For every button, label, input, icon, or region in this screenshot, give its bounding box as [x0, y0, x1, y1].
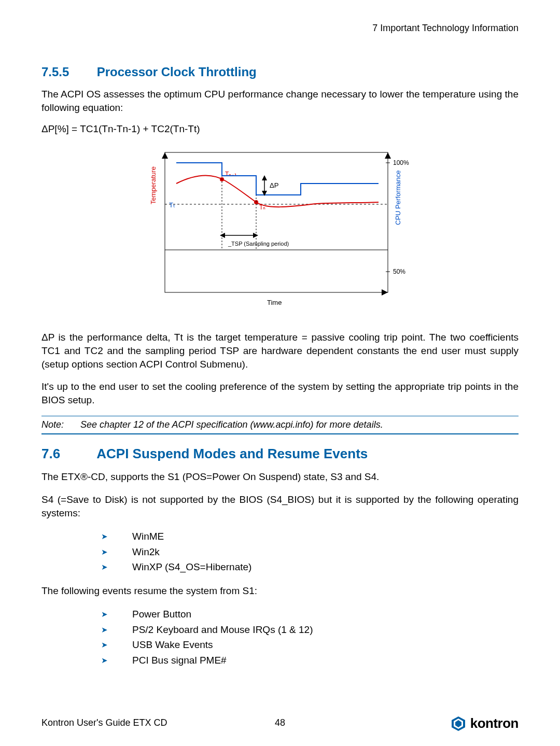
heading-76-number: 7.6: [41, 446, 93, 462]
svg-marker-4: [382, 289, 388, 295]
list-item: PS/2 Keyboard and Mouse IRQs (1 & 12): [41, 622, 519, 637]
series-temperature: [176, 176, 379, 207]
left-axis-label: Temperature: [149, 166, 157, 204]
heading-755-title: Processor Clock Throttling: [97, 65, 257, 79]
note-text: See chapter 12 of the ACPI specification…: [80, 419, 383, 430]
svg-marker-2: [162, 152, 168, 159]
kontron-logo-icon: [451, 716, 466, 731]
tick-50: 50%: [393, 268, 405, 275]
svg-marker-17: [253, 233, 258, 238]
footer-page-number: 48: [275, 717, 285, 728]
tick-100: 100%: [393, 159, 409, 166]
svg-marker-3: [385, 152, 391, 159]
list-item: PCI Bus signal PME#: [41, 653, 519, 668]
heading-755: 7.5.5 Processor Clock Throttling: [41, 65, 519, 79]
note-label: Note:: [41, 419, 78, 430]
para-755-1: The ACPI OS assesses the optimum CPU per…: [41, 88, 519, 114]
footer-left: Kontron User's Guide ETX CD: [41, 717, 167, 728]
heading-755-number: 7.5.5: [41, 65, 93, 79]
equation-dp: ΔP[%] = TC1(Tn-Tn-1) + TC2(Tn-Tt): [41, 123, 519, 135]
x-axis-label: Time: [267, 299, 282, 306]
footer-brand-text: kontron: [470, 715, 519, 731]
heading-76: 7.6 ACPI Suspend Modes and Resume Events: [41, 446, 519, 462]
svg-rect-0: [165, 152, 388, 292]
list-item: WinME: [41, 529, 519, 544]
heading-76-title: ACPI Suspend Modes and Resume Events: [96, 446, 368, 461]
figure-throttling: Temperature CPU Performance Time 100% 50…: [41, 147, 519, 315]
footer-logo: kontron: [451, 715, 519, 731]
label-tsp: _TSP (Sampling period): [228, 241, 289, 247]
list-os: WinME Win2k WinXP (S4_OS=Hibernate): [41, 529, 519, 574]
throttling-chart-svg: Temperature CPU Performance Time 100% 50…: [135, 147, 425, 313]
list-item: WinXP (S4_OS=Hibernate): [41, 559, 519, 574]
label-dp: ΔP: [270, 181, 278, 189]
para-755-2: ΔP is the performance delta, Tt is the t…: [41, 331, 519, 371]
list-item: Power Button: [41, 607, 519, 622]
para-755-3: It's up to the end user to set the cooli…: [41, 380, 519, 406]
para-76-1: The ETX®-CD, supports the S1 (POS=Power …: [41, 470, 519, 484]
page-footer: Kontron User's Guide ETX CD 48 kontron: [41, 717, 519, 728]
svg-marker-13: [262, 175, 267, 180]
list-item: Win2k: [41, 544, 519, 559]
para-76-3: The following events resume the system f…: [41, 584, 519, 598]
series-performance: [176, 163, 379, 195]
list-item: USB Wake Events: [41, 637, 519, 652]
para-76-2: S4 (=Save to Disk) is not supported by t…: [41, 493, 519, 519]
note-box: Note: See chapter 12 of the ACPI specifi…: [41, 416, 519, 434]
label-tn: Tₙ: [259, 204, 265, 211]
right-axis-label: CPU Performance: [394, 171, 402, 225]
svg-marker-16: [220, 233, 225, 238]
label-tn1: Tₙ₋₁: [225, 171, 237, 178]
label-tt: Tₜ: [169, 201, 175, 209]
running-header: 7 Important Technology Information: [41, 23, 519, 34]
list-resume-events: Power Button PS/2 Keyboard and Mouse IRQ…: [41, 607, 519, 668]
